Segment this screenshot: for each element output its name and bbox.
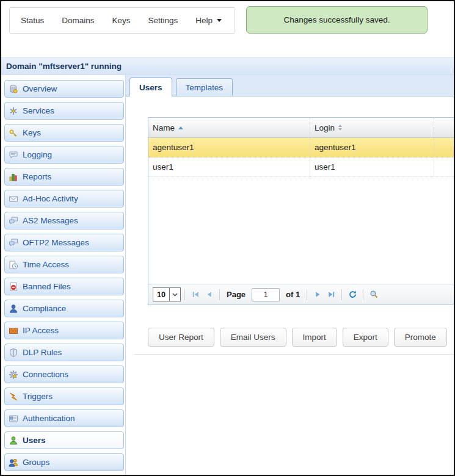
sidebar-item-dlp-rules[interactable]: DLP Rules — [4, 344, 124, 361]
grid-header-row: NameLogin — [148, 118, 455, 138]
search-icon — [369, 290, 379, 299]
top-menu-bar: StatusDomainsKeysSettingsHelp — [9, 7, 235, 34]
people-group-icon — [9, 458, 18, 467]
success-alert-text: Changes successfully saved. — [283, 15, 390, 24]
table-cell: agentuser1 — [148, 138, 310, 157]
sidebar-item-banned-files[interactable]: Banned Files — [4, 278, 124, 295]
sidebar-item-compliance[interactable]: Compliance — [4, 300, 124, 317]
pager-separator — [363, 289, 363, 300]
tab-label: Users — [139, 83, 162, 92]
promote-button[interactable]: Promote — [394, 328, 447, 347]
next-page-button[interactable] — [312, 289, 323, 300]
table-row-user1[interactable]: user1user1 — [148, 157, 455, 177]
sidebar-item-overview[interactable]: Overview — [4, 80, 124, 98]
sidebar-item-users[interactable]: Users — [4, 431, 124, 449]
tab-templates[interactable]: Templates — [176, 78, 233, 96]
prev-page-icon — [205, 290, 214, 299]
sidebar-item-as2-messages[interactable]: AS2 Messages — [4, 212, 124, 229]
sidebar-item-label: Reports — [23, 172, 51, 181]
firewall-icon — [9, 326, 18, 336]
first-page-button[interactable] — [190, 289, 201, 300]
sidebar-item-label: Connections — [23, 370, 68, 379]
trigger-flash-icon — [9, 392, 18, 402]
menu-item-label: Keys — [112, 16, 131, 25]
banned-file-icon — [9, 282, 18, 292]
tab-users[interactable]: Users — [129, 78, 172, 96]
menu-item-keys[interactable]: Keys — [112, 16, 131, 25]
prev-page-button[interactable] — [203, 289, 214, 300]
sidebar-item-label: DLP Rules — [23, 348, 62, 357]
refresh-button[interactable] — [347, 289, 358, 300]
pager-separator — [184, 289, 185, 300]
table-cell: user1 — [148, 157, 310, 176]
last-page-icon — [327, 290, 336, 299]
tab-strip: UsersTemplates — [126, 75, 454, 96]
sidebar-item-oftp2-messages[interactable]: OFTP2 Messages — [4, 234, 124, 251]
bottom-divider — [134, 354, 454, 355]
pager-separator — [341, 289, 342, 300]
menu-item-label: Status — [21, 16, 44, 25]
app-window: StatusDomainsKeysSettingsHelp Changes su… — [0, 0, 455, 476]
sidebar-item-time-access[interactable]: Time Access — [4, 256, 124, 273]
sidebar-item-label: Groups — [23, 458, 49, 467]
sidebar-item-logging[interactable]: Logging — [4, 146, 124, 164]
column-header-extra[interactable] — [434, 118, 455, 137]
sidebar-item-label: Authentication — [23, 414, 75, 423]
sidebar-item-label: Ad-Hoc Activity — [23, 194, 78, 203]
column-header-name[interactable]: Name — [148, 118, 310, 137]
user-report-button[interactable]: User Report — [148, 328, 214, 347]
users-grid: NameLogin agentuser1agentuser1user1user1… — [148, 117, 455, 305]
menu-item-domains[interactable]: Domains — [62, 16, 94, 25]
sidebar-item-ip-access[interactable]: IP Access — [4, 322, 124, 339]
sidebar-item-reports[interactable]: Reports — [4, 168, 124, 186]
last-page-button[interactable] — [326, 289, 337, 300]
shield-icon — [9, 348, 18, 358]
envelope-icon — [9, 194, 18, 204]
sidebar-item-label: IP Access — [23, 326, 59, 335]
sidebar-item-label: Time Access — [23, 260, 69, 269]
sidebar-item-ad-hoc-activity[interactable]: Ad-Hoc Activity — [4, 190, 124, 207]
menu-item-label: Domains — [62, 16, 94, 25]
table-cell — [434, 157, 455, 176]
domain-status-bar: Domain "mftserver1" running — [1, 57, 454, 75]
content-divider — [125, 75, 126, 475]
sidebar-item-authentication[interactable]: Authentication — [4, 409, 124, 427]
sort-both-icon — [338, 124, 342, 131]
sidebar-item-label: Overview — [23, 84, 57, 93]
sidebar-item-services[interactable]: Services — [4, 102, 124, 120]
person-green-icon — [9, 436, 18, 445]
page-count-label: of 1 — [286, 290, 300, 299]
sidebar-item-label: Logging — [23, 150, 52, 159]
search-button[interactable] — [368, 289, 379, 300]
menu-item-label: Settings — [148, 16, 178, 25]
pager-separator — [219, 289, 220, 300]
table-cell: agentuser1 — [310, 138, 434, 157]
sidebar-item-label: AS2 Messages — [23, 216, 78, 225]
sidebar-item-keys[interactable]: Keys — [4, 124, 124, 142]
id-card-icon — [9, 414, 18, 424]
action-button-bar: User ReportEmail UsersImportExportPromot… — [148, 328, 447, 347]
menu-item-settings[interactable]: Settings — [148, 16, 178, 25]
table-row-agentuser1[interactable]: agentuser1agentuser1 — [148, 138, 455, 157]
sidebar-item-label: Banned Files — [23, 282, 71, 291]
clock-page-icon — [9, 260, 18, 270]
caret-down-icon — [217, 19, 222, 22]
email-users-button[interactable]: Email Users — [220, 328, 286, 347]
menu-item-help[interactable]: Help — [195, 16, 222, 25]
pagination-toolbar: 10 Page of 1 — [148, 284, 455, 305]
messages-icon — [9, 238, 18, 248]
sidebar-item-groups[interactable]: Groups — [4, 453, 124, 471]
sidebar-item-triggers[interactable]: Triggers — [4, 388, 124, 405]
page-size-select[interactable]: 10 — [153, 287, 181, 301]
key-icon — [9, 128, 18, 138]
menu-item-status[interactable]: Status — [21, 16, 44, 25]
column-header-login[interactable]: Login — [310, 118, 434, 137]
refresh-icon — [348, 290, 357, 299]
export-button[interactable]: Export — [343, 328, 388, 347]
sidebar-item-connections[interactable]: Connections — [4, 366, 124, 383]
import-button[interactable]: Import — [292, 328, 337, 347]
next-page-icon — [313, 290, 322, 299]
messages-icon — [9, 216, 18, 226]
page-input[interactable] — [252, 288, 280, 301]
sidebar-item-label: Compliance — [23, 304, 66, 313]
